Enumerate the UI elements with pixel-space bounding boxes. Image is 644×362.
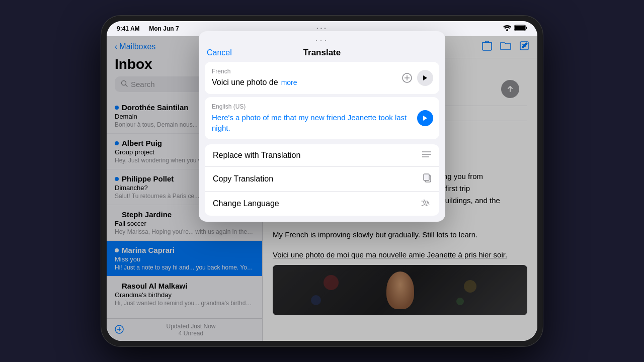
replace-translation-label: Replace with Translation	[213, 151, 300, 160]
action-menu: Replace with Translation Copy Translatio…	[205, 144, 439, 216]
cancel-button[interactable]: Cancel	[207, 48, 232, 57]
status-time: 9:41 AM	[117, 25, 140, 32]
translate-panel: ··· Cancel Translate French Voici une ph…	[199, 31, 445, 222]
french-label: French	[212, 68, 432, 75]
replace-translation-item[interactable]: Replace with Translation	[205, 144, 439, 167]
french-text: Voici une photo de	[212, 77, 278, 88]
svg-marker-21	[423, 116, 427, 121]
battery-icon	[514, 25, 527, 33]
ipad-screen: 9:41 AM Mon Jun 7 ···	[107, 21, 537, 341]
status-date: Mon Jun 7	[149, 25, 179, 32]
lines-icon	[422, 151, 431, 160]
translation-cards: French Voici une photo de more English (…	[199, 62, 445, 144]
english-label: English (US)	[212, 103, 432, 110]
copy-translation-item[interactable]: Copy Translation	[205, 167, 439, 192]
french-translation-card: French Voici une photo de more	[205, 62, 439, 94]
change-language-label: Change Language	[213, 199, 279, 208]
french-play-button[interactable]	[417, 70, 433, 86]
svg-rect-2	[515, 26, 525, 30]
svg-text:A: A	[426, 201, 430, 206]
english-text: Here's a photo of me that my new friend …	[212, 113, 407, 132]
translate-title: Translate	[303, 48, 341, 58]
copy-translation-label: Copy Translation	[213, 174, 273, 184]
panel-handle: ···	[199, 31, 445, 46]
svg-point-0	[506, 29, 508, 31]
translate-icon: 文A	[421, 198, 431, 209]
translate-title-row: Cancel Translate	[199, 46, 445, 62]
ipad-frame: 9:41 AM Mon Jun 7 ···	[101, 15, 543, 347]
status-bar-left: 9:41 AM Mon Jun 7	[117, 25, 179, 32]
svg-marker-17	[423, 75, 427, 80]
change-language-item[interactable]: Change Language 文A	[205, 192, 439, 216]
wifi-icon	[503, 25, 511, 33]
status-bar-right	[503, 25, 527, 33]
copy-icon	[423, 173, 431, 185]
english-play-button[interactable]	[417, 110, 433, 126]
more-button[interactable]: more	[281, 78, 297, 86]
svg-rect-26	[424, 174, 429, 180]
add-button[interactable]	[400, 71, 414, 85]
english-translation-card: English (US) Here's a photo of me that m…	[205, 97, 439, 139]
